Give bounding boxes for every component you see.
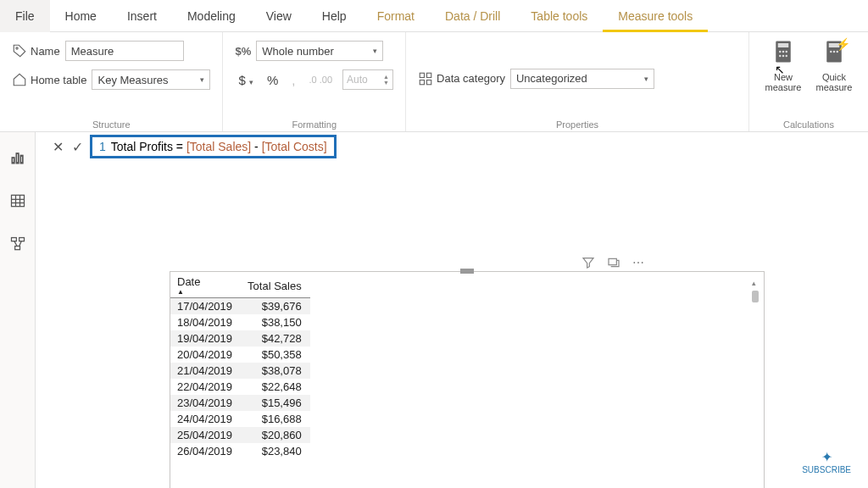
new-measure-button[interactable]: New measure ↖ bbox=[761, 39, 805, 118]
table-visual[interactable]: Date▲ Total Sales 17/04/2019$39,67618/04… bbox=[170, 271, 765, 488]
ribbon: Name Measure Home table Key Measures▾ St… bbox=[0, 32, 868, 132]
table-row[interactable]: 19/04/2019$42,728 bbox=[170, 330, 310, 347]
table-row[interactable]: 21/04/2019$38,078 bbox=[170, 363, 310, 379]
formula-input[interactable]: 1 Total Profits = [Total Sales] - [Total… bbox=[90, 135, 337, 158]
report-view-button[interactable] bbox=[9, 149, 26, 170]
svg-point-0 bbox=[16, 47, 18, 49]
tab-table-tools[interactable]: Table tools bbox=[515, 0, 603, 32]
svg-line-29 bbox=[14, 241, 16, 247]
cell-date: 25/04/2019 bbox=[170, 427, 241, 443]
group-properties: Data category Uncategorized▾ Properties bbox=[406, 32, 749, 131]
svg-rect-6 bbox=[778, 43, 789, 47]
svg-point-11 bbox=[782, 55, 785, 58]
scroll-up-icon[interactable]: ▴ bbox=[752, 279, 756, 287]
tag-icon bbox=[12, 43, 27, 58]
table-row[interactable]: 23/04/2019$15,496 bbox=[170, 395, 310, 411]
data-category-label: Data category bbox=[418, 71, 505, 86]
calculator-lightning-icon: ⚡ bbox=[821, 39, 847, 70]
sort-asc-icon: ▲ bbox=[177, 288, 232, 296]
cell-sales: $38,078 bbox=[241, 363, 310, 379]
cell-sales: $16,688 bbox=[241, 411, 310, 427]
svg-rect-31 bbox=[609, 258, 616, 264]
cell-sales: $38,150 bbox=[241, 314, 310, 330]
tab-help[interactable]: Help bbox=[307, 0, 362, 32]
category-icon bbox=[418, 71, 433, 86]
table-row[interactable]: 22/04/2019$22,648 bbox=[170, 379, 310, 395]
filter-icon[interactable] bbox=[581, 256, 595, 272]
name-input[interactable]: Measure bbox=[65, 41, 184, 61]
svg-rect-3 bbox=[420, 80, 424, 84]
home-table-label: Home table bbox=[12, 72, 86, 87]
calculator-icon bbox=[771, 39, 796, 70]
table-row[interactable]: 25/04/2019$20,860 bbox=[170, 427, 310, 443]
report-canvas[interactable]: ✕ ✓ 1 Total Profits = [Total Sales] - [T… bbox=[36, 132, 868, 488]
svg-rect-27 bbox=[19, 238, 24, 241]
home-table-dropdown[interactable]: Key Measures▾ bbox=[92, 69, 210, 90]
format-icon: $% bbox=[235, 45, 251, 58]
cell-sales: $15,496 bbox=[241, 395, 310, 411]
svg-point-8 bbox=[782, 51, 785, 53]
tab-view[interactable]: View bbox=[251, 0, 307, 32]
resize-handle-top[interactable] bbox=[460, 269, 474, 274]
cell-date: 19/04/2019 bbox=[170, 330, 241, 347]
tab-measure-tools[interactable]: Measure tools bbox=[603, 0, 708, 32]
svg-point-9 bbox=[786, 51, 788, 53]
focus-mode-icon[interactable] bbox=[607, 256, 620, 272]
home-icon bbox=[12, 72, 27, 87]
col-header-date[interactable]: Date▲ bbox=[170, 272, 241, 298]
svg-rect-28 bbox=[14, 247, 19, 250]
decimal-controls[interactable]: .0 .00 bbox=[306, 75, 337, 85]
currency-button[interactable]: $ ▾ bbox=[235, 73, 257, 87]
tab-file[interactable]: File bbox=[0, 0, 50, 32]
table-row[interactable]: 20/04/2019$50,358 bbox=[170, 347, 310, 363]
cell-date: 18/04/2019 bbox=[170, 314, 241, 330]
tab-format[interactable]: Format bbox=[362, 0, 430, 32]
quick-measure-button[interactable]: ⚡ Quick measure bbox=[812, 39, 856, 118]
table-row[interactable]: 18/04/2019$38,150 bbox=[170, 314, 310, 330]
stepper-up-icon[interactable]: ▲ bbox=[383, 74, 389, 80]
tab-home[interactable]: Home bbox=[50, 0, 112, 32]
formula-bar: ✕ ✓ 1 Total Profits = [Total Sales] - [T… bbox=[46, 132, 868, 161]
cancel-formula-button[interactable]: ✕ bbox=[53, 139, 64, 155]
ribbon-tabs: File Home Insert Modeling View Help Form… bbox=[0, 0, 868, 32]
group-calculations: New measure ↖ ⚡ Quick measure Calculatio… bbox=[749, 32, 868, 131]
scrollbar[interactable]: ▴ bbox=[752, 291, 762, 487]
stepper-down-icon[interactable]: ▼ bbox=[383, 80, 389, 86]
cell-sales: $23,840 bbox=[241, 443, 310, 459]
table-row[interactable]: 17/04/2019$39,676 bbox=[170, 298, 310, 315]
tab-modeling[interactable]: Modeling bbox=[172, 0, 251, 32]
line-number: 1 bbox=[99, 140, 106, 153]
percent-button[interactable]: % bbox=[264, 73, 281, 87]
cell-date: 17/04/2019 bbox=[170, 298, 241, 315]
svg-rect-21 bbox=[11, 195, 24, 206]
table-row[interactable]: 26/04/2019$23,840 bbox=[170, 443, 310, 459]
group-label-calculations: Calculations bbox=[761, 118, 856, 130]
data-category-dropdown[interactable]: Uncategorized▾ bbox=[510, 69, 654, 89]
view-switcher bbox=[0, 132, 36, 488]
cell-date: 24/04/2019 bbox=[170, 411, 241, 427]
visual-header: ⋯ bbox=[581, 256, 644, 272]
tab-insert[interactable]: Insert bbox=[112, 0, 172, 32]
cell-sales: $20,860 bbox=[241, 427, 310, 443]
cell-sales: $22,648 bbox=[241, 379, 310, 395]
comma-button[interactable]: , bbox=[288, 73, 298, 87]
scroll-thumb[interactable] bbox=[752, 291, 759, 302]
model-view-button[interactable] bbox=[9, 236, 26, 257]
commit-formula-button[interactable]: ✓ bbox=[72, 139, 83, 155]
cell-sales: $42,728 bbox=[241, 330, 310, 347]
subscribe-watermark: ✦ SUBSCRIBE bbox=[802, 449, 851, 474]
svg-point-7 bbox=[779, 51, 782, 53]
col-header-sales[interactable]: Total Sales bbox=[241, 272, 310, 298]
more-options-icon[interactable]: ⋯ bbox=[632, 256, 644, 272]
data-view-button[interactable] bbox=[9, 192, 26, 214]
data-table: Date▲ Total Sales 17/04/2019$39,67618/04… bbox=[170, 272, 310, 459]
svg-point-16 bbox=[833, 51, 836, 53]
decimal-places-input[interactable]: Auto ▲▼ bbox=[342, 69, 393, 90]
cell-date: 21/04/2019 bbox=[170, 363, 241, 379]
tab-data-drill[interactable]: Data / Drill bbox=[430, 0, 515, 32]
group-label-formatting: Formatting bbox=[235, 118, 393, 130]
group-structure: Name Measure Home table Key Measures▾ St… bbox=[0, 32, 223, 131]
svg-rect-18 bbox=[12, 158, 14, 164]
format-dropdown[interactable]: Whole number▾ bbox=[256, 41, 383, 61]
table-row[interactable]: 24/04/2019$16,688 bbox=[170, 411, 310, 427]
